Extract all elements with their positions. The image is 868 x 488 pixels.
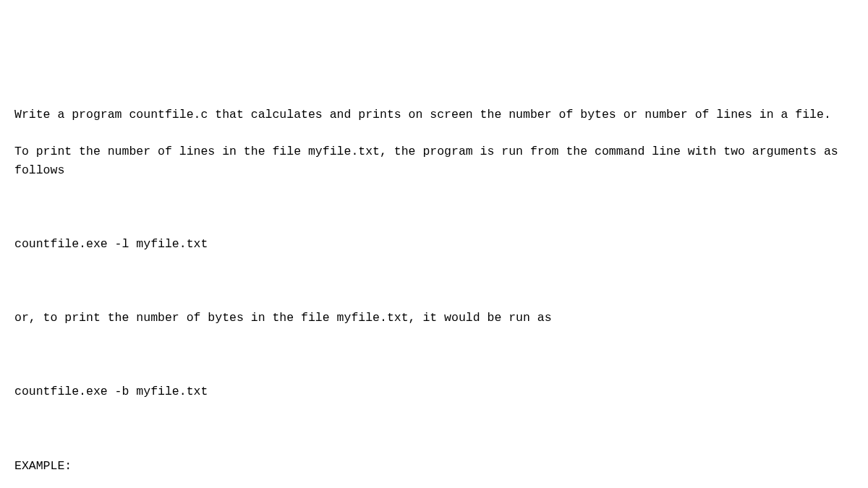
paragraph-line: or, to print the number of bytes in the … (14, 309, 854, 328)
document-body: Write a program countfile.c that calcula… (14, 87, 854, 488)
example-label: EXAMPLE: (14, 457, 854, 476)
blank-line (14, 346, 854, 364)
blank-line (14, 198, 854, 217)
paragraph-line: Write a program countfile.c that calcula… (14, 106, 854, 124)
blank-line (14, 419, 854, 438)
paragraph-line: To print the number of lines in the file… (14, 142, 854, 179)
blank-line (14, 272, 854, 291)
command-line: countfile.exe -l myfile.txt (14, 235, 854, 254)
command-line: countfile.exe -b myfile.txt (14, 382, 854, 401)
